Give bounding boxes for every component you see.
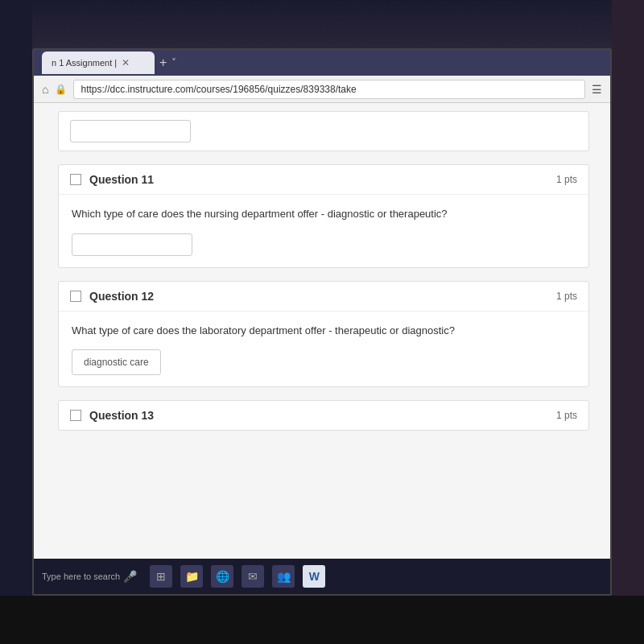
taskbar: Type here to search 🎤 ⊞ 📁 🌐 ✉ 👥 W [34, 559, 610, 594]
question-13-title: Question 13 [89, 409, 154, 422]
browser-tab[interactable]: n 1 Assignment | ✕ [42, 52, 155, 74]
question-11-header: Question 11 1 pts [59, 165, 588, 195]
question-12-answer-display[interactable]: diagnostic care [72, 349, 161, 375]
taskbar-word-icon[interactable]: W [303, 565, 325, 588]
top-bezel [0, 0, 644, 48]
screen-wrapper: n 1 Assignment | ✕ + ˅ ⌂ 🔒 ☰ [0, 0, 644, 644]
question-12-answer-value: diagnostic care [79, 353, 154, 371]
quiz-content: Question 11 1 pts Which type of care doe… [34, 103, 612, 576]
browser-content: Question 11 1 pts Which type of care doe… [34, 103, 612, 576]
tab-bar: n 1 Assignment | ✕ + ˅ [34, 50, 610, 76]
taskbar-icons: ⊞ 📁 🌐 ✉ 👥 W [150, 565, 325, 588]
prev-question-partial [58, 111, 589, 151]
taskbar-browser-icon[interactable]: 🌐 [211, 565, 233, 588]
question-13-partial: Question 13 1 pts [58, 400, 589, 431]
taskbar-search-area: Type here to search 🎤 [42, 570, 137, 583]
question-13-points: 1 pts [556, 410, 577, 421]
question-12-text: What type of care does the laboratory de… [72, 323, 576, 339]
microphone-icon[interactable]: 🎤 [123, 570, 137, 583]
question-11-points: 1 pts [556, 174, 577, 185]
left-bezel [0, 0, 32, 644]
taskbar-search-text: Type here to search [42, 572, 120, 581]
laptop-screen: n 1 Assignment | ✕ + ˅ ⌂ 🔒 ☰ [32, 48, 612, 596]
lock-icon: 🔒 [55, 84, 67, 95]
taskbar-files-icon[interactable]: 📁 [180, 565, 203, 588]
bottom-bezel [0, 596, 644, 644]
taskbar-mail-icon[interactable]: ✉ [242, 565, 264, 588]
tab-close-button[interactable]: ✕ [122, 57, 130, 68]
tab-chevron-icon[interactable]: ˅ [171, 57, 176, 68]
question-11-card: Question 11 1 pts Which type of care doe… [58, 164, 589, 268]
right-bezel [612, 0, 644, 644]
question-11-checkbox[interactable] [70, 174, 81, 185]
question-12-header: Question 12 1 pts [59, 282, 588, 312]
tab-plus-button[interactable]: + [159, 56, 167, 70]
reader-icon[interactable]: ☰ [592, 83, 602, 96]
question-12-card: Question 12 1 pts What type of care does… [58, 281, 589, 388]
home-icon[interactable]: ⌂ [42, 83, 48, 96]
question-11-title: Question 11 [89, 173, 548, 186]
prev-answer-input[interactable] [70, 120, 191, 142]
taskbar-windows-icon[interactable]: ⊞ [150, 565, 172, 588]
question-12-points: 1 pts [556, 291, 577, 302]
question-11-answer-input[interactable] [72, 233, 192, 256]
address-bar: ⌂ 🔒 ☰ [34, 76, 610, 103]
tab-label: n 1 Assignment | [52, 58, 117, 68]
question-11-body: Which type of care does the nursing depa… [59, 195, 588, 267]
taskbar-teams-icon[interactable]: 👥 [272, 565, 295, 588]
question-12-checkbox[interactable] [70, 291, 81, 302]
address-input[interactable] [73, 80, 585, 99]
question-12-title: Question 12 [89, 290, 548, 303]
question-11-text: Which type of care does the nursing depa… [72, 206, 576, 222]
question-12-body: What type of care does the laboratory de… [59, 312, 588, 387]
question-13-checkbox[interactable] [70, 410, 81, 421]
